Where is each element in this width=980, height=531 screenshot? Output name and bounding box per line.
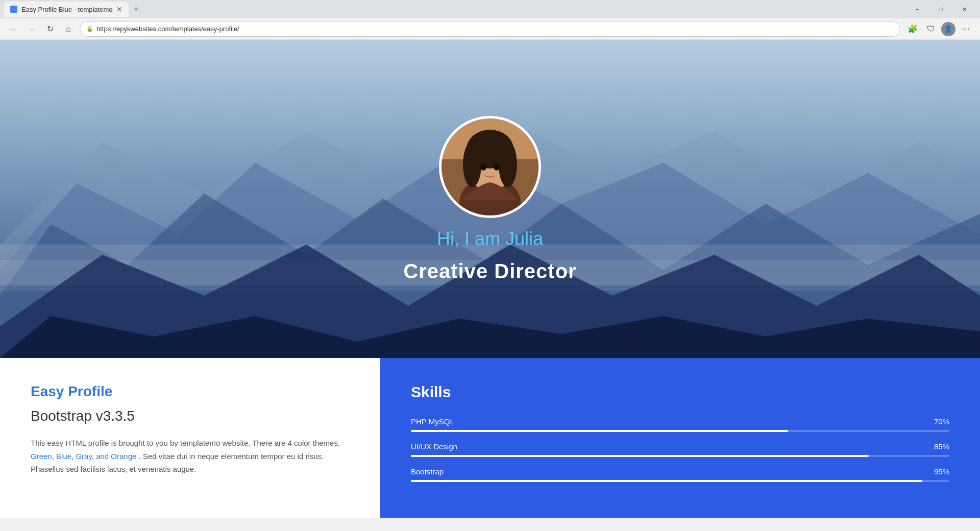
forward-button[interactable]: → xyxy=(24,22,39,36)
user-avatar-icon[interactable]: 👤 xyxy=(941,22,955,36)
skill-name-php: PHP MySQL xyxy=(411,417,454,426)
maximize-button[interactable]: □ xyxy=(929,0,952,18)
about-card: Easy Profile Bootstrap v3.3.5 This easy … xyxy=(0,358,380,518)
back-button[interactable]: ← xyxy=(6,22,20,36)
skill-bar-bg-uiux xyxy=(411,455,949,457)
tab-close-button[interactable]: ✕ xyxy=(116,5,122,13)
skill-pct-uiux: 85% xyxy=(934,442,949,451)
skill-bar-fill-bootstrap xyxy=(411,480,922,482)
close-button[interactable]: ✕ xyxy=(952,0,976,18)
svg-point-18 xyxy=(494,163,500,171)
skills-card: Skills PHP MySQL 70% UI/UX Design 85% xyxy=(380,358,980,518)
about-link-green[interactable]: Green xyxy=(31,452,52,461)
skill-bar-bg-bootstrap xyxy=(411,480,949,482)
hero-section: Hi, I am Julia Creative Director xyxy=(0,40,980,358)
about-text-body: This easy HTML profile is brought to you… xyxy=(31,439,340,447)
skill-row-uiux: UI/UX Design 85% xyxy=(411,442,949,451)
skill-bar-fill-php xyxy=(411,430,788,432)
svg-point-16 xyxy=(499,141,517,187)
minimize-button[interactable]: − xyxy=(905,0,929,18)
menu-button[interactable]: ⋯ xyxy=(958,21,974,37)
about-text-body2: . Sed vitae dui in neque elementum tempo… xyxy=(31,452,324,474)
skill-item-bootstrap: Bootstrap 95% xyxy=(411,467,949,482)
address-bar: ← → ↻ ⌂ 🔒 https://epykwebsites.com/templ… xyxy=(0,18,980,40)
svg-point-15 xyxy=(463,141,481,187)
about-card-text: This easy HTML profile is brought to you… xyxy=(31,437,350,476)
shield-icon[interactable]: 🛡 xyxy=(923,21,939,37)
toolbar-icons: 🧩 🛡 👤 ⋯ xyxy=(904,21,974,37)
browser-chrome: Easy Profile Blue - templatemo ✕ + − □ ✕… xyxy=(0,0,980,40)
skill-pct-php: 70% xyxy=(934,417,949,426)
skill-bar-fill-uiux xyxy=(411,455,869,457)
new-tab-button[interactable]: + xyxy=(129,2,143,16)
skill-item-uiux: UI/UX Design 85% xyxy=(411,442,949,457)
lock-icon: 🔒 xyxy=(86,26,93,32)
extensions-icon[interactable]: 🧩 xyxy=(904,21,921,37)
url-text: https://epykwebsites.com/templates/easy-… xyxy=(96,25,894,33)
skills-section-title: Skills xyxy=(411,383,949,401)
skill-row-bootstrap: Bootstrap 95% xyxy=(411,467,949,476)
profile-avatar xyxy=(439,116,541,218)
title-bar: Easy Profile Blue - templatemo ✕ + − □ ✕ xyxy=(0,0,980,18)
hero-center: Hi, I am Julia Creative Director xyxy=(403,116,576,283)
url-bar[interactable]: 🔒 https://epykwebsites.com/templates/eas… xyxy=(80,21,900,37)
about-card-subtitle: Bootstrap v3.3.5 xyxy=(31,408,350,424)
hero-job-title: Creative Director xyxy=(403,260,576,283)
skill-item-php: PHP MySQL 70% xyxy=(411,417,949,432)
about-card-title: Easy Profile xyxy=(31,383,350,400)
about-link-gray[interactable]: Gray xyxy=(76,452,91,461)
tab-favicon xyxy=(10,6,17,13)
hero-greeting: Hi, I am Julia xyxy=(437,228,543,250)
skill-pct-bootstrap: 95% xyxy=(934,467,949,476)
skill-row-php: PHP MySQL 70% xyxy=(411,417,949,426)
skill-name-bootstrap: Bootstrap xyxy=(411,467,444,476)
website-content: Hi, I am Julia Creative Director Easy Pr… xyxy=(0,40,980,518)
about-link-orange[interactable]: and Orange xyxy=(96,452,136,461)
home-button[interactable]: ⌂ xyxy=(61,22,76,36)
reload-button[interactable]: ↻ xyxy=(43,22,57,36)
browser-tab[interactable]: Easy Profile Blue - templatemo ✕ xyxy=(4,2,129,17)
cards-section: Easy Profile Bootstrap v3.3.5 This easy … xyxy=(0,358,980,518)
skill-name-uiux: UI/UX Design xyxy=(411,442,457,451)
about-link-blue[interactable]: Blue xyxy=(56,452,71,461)
skill-bar-bg-php xyxy=(411,430,949,432)
tab-title: Easy Profile Blue - templatemo xyxy=(21,6,112,13)
svg-point-17 xyxy=(480,163,486,171)
window-controls: − □ ✕ xyxy=(905,0,976,18)
